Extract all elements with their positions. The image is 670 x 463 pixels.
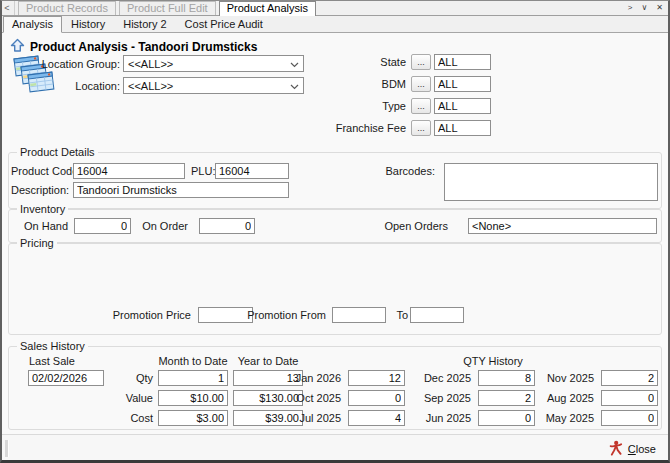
promotion-price-label: Promotion Price xyxy=(107,309,191,322)
bdm-field[interactable] xyxy=(434,76,491,92)
month-qty-field[interactable] xyxy=(601,410,658,426)
type-label: Type xyxy=(326,100,406,113)
location-group-select[interactable]: <<ALL>> xyxy=(123,55,304,72)
month-qty-field[interactable] xyxy=(348,410,405,426)
chevron-down-icon xyxy=(290,58,299,70)
promotion-from-field[interactable] xyxy=(332,307,386,323)
qty-history-header: QTY History xyxy=(429,355,557,368)
franchise-fee-field[interactable] xyxy=(434,120,491,136)
type-field[interactable] xyxy=(434,98,491,114)
product-analysis-window: < Product Records Product Full Edit Prod… xyxy=(0,0,670,463)
state-label: State xyxy=(326,56,406,69)
cost-mtd-field[interactable] xyxy=(158,410,228,426)
month-qty-field[interactable] xyxy=(348,390,405,406)
type-browse-button[interactable]: ... xyxy=(411,98,431,114)
month-label: Jul 2025 xyxy=(289,412,341,425)
plu-label: PLU: xyxy=(191,165,215,178)
qty-row-label: Qty xyxy=(109,372,153,385)
description-label: Description: xyxy=(11,184,69,197)
state-browse-button[interactable]: ... xyxy=(411,54,431,70)
month-label: Jan 2026 xyxy=(289,372,341,385)
location-select[interactable]: <<ALL>> xyxy=(123,77,304,94)
month-label: Oct 2025 xyxy=(289,392,341,405)
analysis-page: Product Analysis - Tandoori Drumsticks xyxy=(0,32,670,435)
bdm-label: BDM xyxy=(326,78,406,91)
cost-row-label: Cost xyxy=(109,412,153,425)
on-hand-label: On Hand xyxy=(17,220,68,233)
plu-field[interactable] xyxy=(215,163,289,179)
inventory-legend: Inventory xyxy=(17,203,68,216)
year-to-date-header: Year to Date xyxy=(225,355,311,368)
analysis-tab-strip: Analysis History History 2 Cost Price Au… xyxy=(0,15,670,33)
on-hand-field[interactable] xyxy=(74,218,131,234)
page-title: Product Analysis - Tandoori Drumsticks xyxy=(30,40,257,54)
month-qty-field[interactable] xyxy=(601,370,658,386)
barcodes-label: Barcodes: xyxy=(359,165,435,178)
promotion-to-label: To xyxy=(386,309,408,322)
on-order-field[interactable] xyxy=(199,218,255,234)
footer-bar: Close xyxy=(0,434,670,463)
value-mtd-field[interactable] xyxy=(158,390,228,406)
month-label: Nov 2025 xyxy=(542,372,594,385)
product-code-field[interactable] xyxy=(73,163,185,179)
month-to-date-header: Month to Date xyxy=(149,355,237,368)
tab-history-2[interactable]: History 2 xyxy=(114,16,175,32)
month-qty-field[interactable] xyxy=(601,390,658,406)
location-group-label: Location Group: xyxy=(10,58,120,71)
tab-product-records[interactable]: Product Records xyxy=(18,1,116,15)
scroll-tabs-right-button[interactable]: > xyxy=(628,3,633,12)
franchise-fee-browse-button[interactable]: ... xyxy=(411,120,431,136)
toolbar-gripper xyxy=(5,440,9,457)
promotion-to-field[interactable] xyxy=(410,307,464,323)
month-label: May 2025 xyxy=(542,412,594,425)
tab-analysis[interactable]: Analysis xyxy=(3,16,62,33)
tab-bar-controls: > ∨ ✕ xyxy=(628,0,670,15)
tab-history[interactable]: History xyxy=(62,16,114,32)
open-orders-label: Open Orders xyxy=(374,220,448,233)
bdm-browse-button[interactable]: ... xyxy=(411,76,431,92)
inventory-group: Inventory On Hand On Order Open Orders xyxy=(8,209,662,243)
tab-product-full-edit[interactable]: Product Full Edit xyxy=(119,1,216,15)
location-group-value: <<ALL>> xyxy=(128,58,173,70)
chevron-down-icon xyxy=(290,80,299,92)
tab-product-analysis[interactable]: Product Analysis xyxy=(219,1,316,16)
location-label: Location: xyxy=(10,80,120,93)
month-label: Aug 2025 xyxy=(542,392,594,405)
sales-history-group: Sales History Last Sale Month to Date Ye… xyxy=(8,346,662,430)
close-tab-icon[interactable]: ✕ xyxy=(656,3,663,12)
qty-mtd-field[interactable] xyxy=(158,370,228,386)
month-label: Dec 2025 xyxy=(419,372,471,385)
state-field[interactable] xyxy=(434,54,491,70)
product-details-group: Product Details Product Code: PLU: Descr… xyxy=(8,152,662,209)
product-details-legend: Product Details xyxy=(17,146,98,159)
open-orders-field[interactable] xyxy=(468,218,657,234)
franchise-fee-label: Franchise Fee xyxy=(326,122,406,135)
month-qty-field[interactable] xyxy=(478,410,535,426)
pricing-legend: Pricing xyxy=(17,237,57,250)
document-tab-bar: < Product Records Product Full Edit Prod… xyxy=(0,0,670,16)
month-qty-field[interactable] xyxy=(478,390,535,406)
close-button[interactable]: Close xyxy=(603,438,662,459)
description-field[interactable] xyxy=(73,182,289,198)
month-qty-field[interactable] xyxy=(348,370,405,386)
close-figure-icon xyxy=(609,440,623,458)
scroll-tabs-left-button[interactable]: < xyxy=(0,1,15,15)
month-label: Sep 2025 xyxy=(419,392,471,405)
close-button-label: Close xyxy=(628,443,656,455)
barcodes-field[interactable] xyxy=(444,163,658,201)
on-order-label: On Order xyxy=(129,220,188,233)
last-sale-label: Last Sale xyxy=(29,355,75,368)
sales-history-legend: Sales History xyxy=(17,340,88,353)
tab-cost-price-audit[interactable]: Cost Price Audit xyxy=(176,16,272,32)
pricing-group: Pricing Promotion Price Promotion From T… xyxy=(8,243,662,335)
product-code-label: Product Code: xyxy=(11,165,69,178)
location-value: <<ALL>> xyxy=(128,80,173,92)
promotion-from-label: Promotion From xyxy=(244,309,326,322)
month-label: Jun 2025 xyxy=(419,412,471,425)
value-row-label: Value xyxy=(109,392,153,405)
tab-list-chevron-icon[interactable]: ∨ xyxy=(641,3,647,12)
last-sale-field[interactable] xyxy=(28,370,104,386)
month-qty-field[interactable] xyxy=(478,370,535,386)
